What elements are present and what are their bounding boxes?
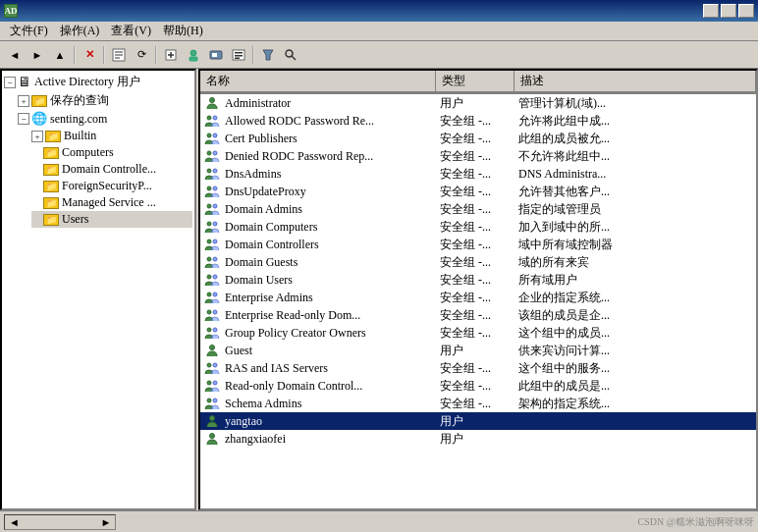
menu-view[interactable]: 查看(V) <box>105 22 157 40</box>
new-button[interactable] <box>160 44 182 66</box>
list-cell-name: Domain Users <box>225 273 293 288</box>
group-icon <box>204 220 220 234</box>
list-cell-type: 安全组 -... <box>436 131 514 147</box>
list-row[interactable]: Enterprise Admins安全组 -...企业的指定系统... <box>200 289 756 306</box>
svg-point-20 <box>213 116 217 120</box>
expand-saved-queries[interactable]: + <box>18 95 29 107</box>
svg-point-52 <box>210 416 215 421</box>
close-button[interactable] <box>738 4 754 18</box>
list-row[interactable]: Domain Controllers安全组 -...域中所有域控制器 <box>200 236 756 253</box>
folder-icon-users: 📁 <box>43 214 59 226</box>
toolbar: ◄ ► ▲ ✕ ⟳ <box>0 41 758 69</box>
list-row[interactable]: Group Policy Creator Owners安全组 -...这个组中的… <box>200 324 756 342</box>
group-icon <box>204 149 220 163</box>
list-row[interactable]: Domain Guests安全组 -...域的所有来宾 <box>200 253 756 271</box>
expand-builtin[interactable]: + <box>31 131 43 142</box>
list-row[interactable]: Allowed RODC Password Re...安全组 -...允许将此组… <box>200 112 756 130</box>
col-header-name[interactable]: 名称 <box>200 71 436 93</box>
list-row[interactable]: Read-only Domain Control...安全组 -...此组中的成… <box>200 377 756 395</box>
folder-icon-builtin: 📁 <box>45 131 61 142</box>
list-cell-desc: 这个组中的成员... <box>514 325 756 342</box>
list-cell-name: Guest <box>225 344 252 358</box>
refresh-button[interactable]: ⟳ <box>131 44 152 66</box>
menu-file[interactable]: 文件(F) <box>4 22 54 40</box>
tree-label-builtin: Builtin <box>64 129 96 143</box>
maximize-button[interactable] <box>721 4 736 18</box>
forward-button[interactable]: ► <box>27 44 48 66</box>
list-body[interactable]: Administrator用户管理计算机(域)... Allowed RODC … <box>200 94 756 508</box>
tree-item-users[interactable]: 📁 Users <box>31 211 192 228</box>
scroll-left[interactable]: ◄ <box>9 516 20 528</box>
expand-domain[interactable]: − <box>18 113 29 125</box>
title-bar: AD <box>0 0 758 22</box>
list-row[interactable]: RAS and IAS Servers安全组 -...这个组中的服务... <box>200 359 756 377</box>
list-row[interactable]: DnsAdmins安全组 -...DNS Administra... <box>200 165 756 183</box>
list-row[interactable]: Schema Admins安全组 -...架构的指定系统... <box>200 395 756 412</box>
tree-item-foreign[interactable]: 📁 ForeignSecurityP... <box>31 178 192 194</box>
tree-item-root[interactable]: − 🖥 Active Directory 用户 <box>4 73 192 91</box>
tree-label-domain: senting.com <box>50 112 107 127</box>
svg-point-28 <box>213 186 217 190</box>
list-row[interactable]: Domain Admins安全组 -...指定的域管理员 <box>200 200 756 218</box>
expand-root[interactable]: − <box>4 77 16 88</box>
title-buttons <box>703 4 754 18</box>
menu-bar: 文件(F) 操作(A) 查看(V) 帮助(H) <box>0 22 758 41</box>
svg-marker-15 <box>263 50 273 60</box>
list-cell-name: Domain Computers <box>225 220 317 235</box>
tree-panel[interactable]: − 🖥 Active Directory 用户 + 📁 保存的查询 − 🌐 se… <box>0 69 196 510</box>
toolbar-btn-7[interactable] <box>228 44 249 66</box>
list-row[interactable]: Cert Publishers安全组 -...此组的成员被允... <box>200 130 756 147</box>
svg-point-34 <box>213 239 217 243</box>
delete-button[interactable]: ✕ <box>79 44 100 66</box>
menu-action[interactable]: 操作(A) <box>54 22 106 40</box>
list-row[interactable]: Denied RODC Password Rep...安全组 -...不允许将此… <box>200 147 756 165</box>
list-cell-name: RAS and IAS Servers <box>225 361 328 376</box>
tree-label-saved-queries: 保存的查询 <box>50 92 109 109</box>
tree-item-saved-queries[interactable]: + 📁 保存的查询 <box>18 91 192 110</box>
tree-item-managed[interactable]: 📁 Managed Service ... <box>31 194 192 211</box>
list-panel: 名称 类型 描述 Administrator用户管理计算机(域)... Allo… <box>198 69 758 510</box>
list-cell-name: Enterprise Admins <box>225 291 313 305</box>
properties-button[interactable] <box>108 44 130 66</box>
app-icon: AD <box>4 4 18 18</box>
tree-item-builtin[interactable]: + 📁 Builtin <box>31 128 192 144</box>
list-row[interactable]: Domain Computers安全组 -...加入到域中的所... <box>200 218 756 236</box>
user-icon <box>204 96 220 110</box>
up-button[interactable]: ▲ <box>49 44 71 66</box>
tree-label-managed: Managed Service ... <box>62 195 156 210</box>
tree-item-dc[interactable]: 📁 Domain Controlle... <box>31 161 192 178</box>
scroll-right[interactable]: ► <box>100 516 111 528</box>
list-row[interactable]: yangtao用户 <box>200 412 756 430</box>
svg-point-51 <box>213 399 217 402</box>
status-bar: ◄ ► CSDN @糯米滋泡啊呀咪呀 <box>0 510 758 532</box>
search-button[interactable] <box>280 44 301 66</box>
svg-point-18 <box>210 98 215 103</box>
list-cell-desc: 这个组中的服务... <box>514 360 756 377</box>
list-row[interactable]: Guest用户供来宾访问计算... <box>200 342 756 359</box>
list-cell-type: 安全组 -... <box>436 307 514 324</box>
menu-help[interactable]: 帮助(H) <box>157 22 209 40</box>
list-cell-name: yangtao <box>225 414 262 429</box>
minimize-button[interactable] <box>703 4 719 18</box>
list-row[interactable]: Domain Users安全组 -...所有域用户 <box>200 271 756 289</box>
toolbar-btn-6[interactable] <box>205 44 227 66</box>
title-bar-left: AD <box>4 4 22 18</box>
filter-button[interactable] <box>257 44 279 66</box>
tree-item-domain[interactable]: − 🌐 senting.com <box>18 110 192 128</box>
list-row[interactable]: Enterprise Read-only Dom...安全组 -...该组的成员… <box>200 306 756 324</box>
list-row[interactable]: DnsUpdateProxy安全组 -...允许替其他客户... <box>200 183 756 200</box>
list-cell-type: 安全组 -... <box>436 201 514 218</box>
toolbar-btn-5[interactable] <box>183 44 204 66</box>
tree-item-computers[interactable]: 📁 Computers <box>31 144 192 161</box>
col-header-type[interactable]: 类型 <box>436 71 514 93</box>
back-button[interactable]: ◄ <box>4 44 26 66</box>
tree-label-dc: Domain Controlle... <box>62 162 156 177</box>
list-cell-type: 安全组 -... <box>436 237 514 253</box>
svg-point-46 <box>207 363 211 367</box>
svg-point-25 <box>207 169 211 173</box>
list-row[interactable]: Administrator用户管理计算机(域)... <box>200 94 756 112</box>
list-row[interactable]: zhangxiaofei用户 <box>200 430 756 448</box>
group-icon <box>204 273 220 287</box>
col-header-desc[interactable]: 描述 <box>514 71 756 93</box>
list-cell-name: DnsAdmins <box>225 167 281 182</box>
